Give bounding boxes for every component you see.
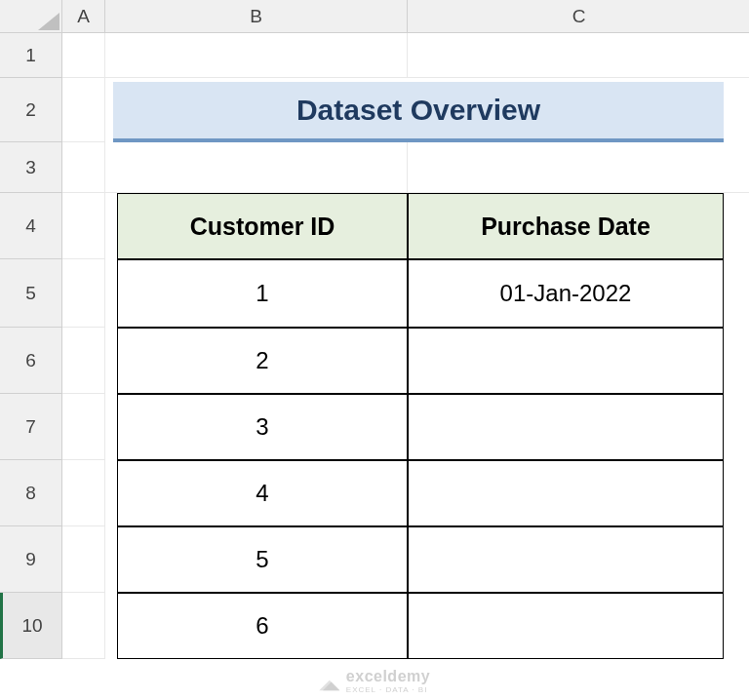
exceldemy-logo-icon — [319, 671, 340, 692]
row-header-8[interactable]: 8 — [0, 460, 62, 526]
cell-a8[interactable] — [62, 460, 105, 526]
row-header-4[interactable]: 4 — [0, 193, 62, 259]
col-header-c[interactable]: C — [408, 0, 749, 33]
table-cell-date-1[interactable]: 01-Jan-2022 — [408, 259, 724, 328]
row-header-3[interactable]: 3 — [0, 142, 62, 193]
row-header-5[interactable]: 5 — [0, 259, 62, 328]
watermark-main: exceldemy — [346, 668, 430, 685]
table-cell-date-4[interactable] — [408, 460, 724, 526]
row-header-9[interactable]: 9 — [0, 526, 62, 593]
table-cell-date-2[interactable] — [408, 328, 724, 394]
table-header-customer-id[interactable]: Customer ID — [117, 193, 408, 259]
spreadsheet-grid: A B C 1 2 Dataset Overview 3 4 Customer … — [0, 0, 749, 700]
cell-a9[interactable] — [62, 526, 105, 593]
table-cell-id-3[interactable]: 3 — [117, 394, 408, 460]
table-cell-id-4[interactable]: 4 — [117, 460, 408, 526]
cell-a7[interactable] — [62, 394, 105, 460]
row-header-7[interactable]: 7 — [0, 394, 62, 460]
table-header-purchase-date[interactable]: Purchase Date — [408, 193, 724, 259]
cell-a5[interactable] — [62, 259, 105, 328]
cell-a6[interactable] — [62, 328, 105, 394]
col-header-b[interactable]: B — [105, 0, 408, 33]
cell-a10[interactable] — [62, 593, 105, 659]
row-header-6[interactable]: 6 — [0, 328, 62, 394]
cell-c3[interactable] — [408, 142, 749, 193]
row-header-2[interactable]: 2 — [0, 78, 62, 142]
cell-a2[interactable] — [62, 78, 105, 142]
table-cell-id-1[interactable]: 1 — [117, 259, 408, 328]
table-cell-date-5[interactable] — [408, 526, 724, 593]
table-cell-date-3[interactable] — [408, 394, 724, 460]
table-cell-id-6[interactable]: 6 — [117, 593, 408, 659]
title-merged-cell[interactable]: Dataset Overview — [113, 82, 724, 142]
table-cell-date-6[interactable] — [408, 593, 724, 659]
watermark: exceldemy EXCEL · DATA · BI — [319, 668, 430, 694]
row-header-1[interactable]: 1 — [0, 33, 62, 78]
cell-a1[interactable] — [62, 33, 105, 78]
cell-b3[interactable] — [105, 142, 408, 193]
watermark-text: exceldemy EXCEL · DATA · BI — [346, 668, 430, 694]
table-cell-id-2[interactable]: 2 — [117, 328, 408, 394]
cell-a4[interactable] — [62, 193, 105, 259]
cell-a3[interactable] — [62, 142, 105, 193]
row-header-10[interactable]: 10 — [0, 593, 62, 659]
watermark-sub: EXCEL · DATA · BI — [346, 685, 430, 694]
dataset-title: Dataset Overview — [113, 82, 724, 142]
table-cell-id-5[interactable]: 5 — [117, 526, 408, 593]
cell-c1[interactable] — [408, 33, 749, 78]
cell-b1[interactable] — [105, 33, 408, 78]
select-all-corner[interactable] — [0, 0, 62, 33]
col-header-a[interactable]: A — [62, 0, 105, 33]
